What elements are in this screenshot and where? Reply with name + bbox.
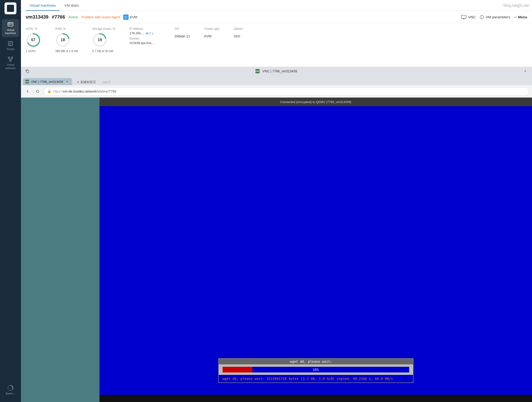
- kvm-icon: [123, 14, 128, 20]
- tab-sidebar-panel: [21, 98, 100, 402]
- svg-rect-9: [10, 60, 12, 62]
- storage-stat: Storage (main), % 19 5.7 GB of 30 GB: [92, 27, 115, 53]
- vnc-icon: [461, 15, 466, 19]
- browser-tab-bar: VNC VNC | 7766_vm313439 ✕ + 新建标签页 Ctrl+T: [21, 76, 532, 85]
- svg-point-14: [125, 16, 127, 18]
- stats-row: vCPU, % 67 1 vCPU RAM, % 18 366 MB of 1.…: [21, 23, 532, 56]
- reload-button[interactable]: [34, 88, 41, 95]
- svg-rect-17: [461, 15, 466, 19]
- sidebar-item-virtual-machines[interactable]: Virtual machines: [2, 19, 19, 37]
- vcpu-chart: 67: [26, 32, 41, 48]
- browser-titlebar: VNC VNC | 7766_vm313439: [21, 66, 532, 76]
- vnc-button[interactable]: VNC: [461, 15, 476, 19]
- new-tab-button[interactable]: + 新建标签页 Ctrl+T: [74, 79, 114, 85]
- vnc-terminal-bottom: [100, 395, 532, 402]
- address-bar[interactable]: 🔒 https://vm-de.hostiko.network/vm/vnc/7…: [44, 87, 529, 95]
- virtual-networks-icon: [7, 56, 13, 62]
- ram-chart: 18: [55, 32, 70, 48]
- storage-value: 19: [98, 38, 102, 42]
- cluster-section: Cluster type KVM: [204, 27, 220, 53]
- tab-virtual-machines[interactable]: Virtual machines: [26, 0, 60, 11]
- sidebar-item-scripts[interactable]: Scripts: [2, 38, 19, 53]
- copy-icon: [25, 69, 30, 73]
- bios-terminal-text: wget dd, please wait: 3222601728 bytes (…: [219, 375, 413, 383]
- sidebar-item-virtual-networks[interactable]: Virtual networks: [2, 54, 19, 72]
- svg-line-16: [126, 17, 127, 18]
- browser-window: VNC VNC | 7766_vm313439 VNC VNC | 7766_v…: [21, 66, 532, 402]
- vcpu-sub: 1 vCPU: [26, 50, 41, 53]
- vm-status-badge: Active: [68, 15, 78, 19]
- ram-sub: 366 MB of 1.9 GB: [55, 50, 78, 53]
- url-display: https://vm-de.hostiko.network/vm/vnc/776…: [53, 89, 116, 93]
- vm-params-label: VM parameters: [486, 15, 510, 19]
- ip-label: IP address: [129, 27, 160, 31]
- lock-icon: 🔒: [47, 89, 51, 93]
- domain-label: Domain: [129, 37, 160, 40]
- vnc-label: VNC: [468, 15, 476, 19]
- uptime-label: Uptime: [234, 27, 243, 31]
- cluster-label: Cluster type: [204, 27, 220, 31]
- vnc-screen[interactable]: wget dd, please wait: 16% wget dd, pleas…: [100, 106, 532, 402]
- tab-favicon: VNC: [25, 80, 29, 83]
- storage-label: Storage (main), %: [92, 27, 115, 31]
- tab-vm-disks[interactable]: VM disks: [61, 0, 83, 11]
- back-button[interactable]: [24, 88, 32, 95]
- guest-agent-problem[interactable]: Problem with Guest Agent: [81, 15, 120, 19]
- vm-id: #7766: [52, 14, 65, 20]
- scripts-icon: [7, 40, 13, 47]
- browser-tab-vnc[interactable]: VNC VNC | 7766_vm313439 ✕: [23, 78, 72, 85]
- sidebar-item-backup[interactable]: Backu...: [2, 383, 19, 397]
- vcpu-value: 67: [31, 38, 35, 42]
- vnc-content: Connected (encrypted) to QEMU (7766_vm31…: [100, 98, 532, 402]
- ram-label: RAM, %: [55, 27, 78, 31]
- svg-rect-28: [27, 70, 29, 73]
- vnc-status-bar: Connected (encrypted) to QEMU (7766_vm31…: [100, 98, 532, 106]
- bios-dialog: wget dd, please wait: 16% wget dd, pleas…: [218, 358, 413, 383]
- os-label: OS: [175, 27, 190, 31]
- tab-bar: Virtual machines VM disks: [21, 0, 532, 11]
- bios-progress-label: 16%: [222, 368, 409, 371]
- chevron-left-icon: [523, 69, 527, 73]
- ip-value: 178.250.... all 2 ∨: [129, 31, 160, 35]
- sidebar: Virtual machines Scripts Virtual network…: [0, 0, 21, 402]
- vm-name: vm313439: [26, 14, 49, 20]
- vm-hypervisor-label: KVM: [130, 15, 137, 19]
- new-tab-shortcut: Ctrl+T: [102, 81, 111, 84]
- main-panel: Virtual machines VM disks vm313439 #7766…: [21, 0, 532, 67]
- browser-nav: 🔒 https://vm-de.hostiko.network/vm/vnc/7…: [21, 85, 532, 98]
- vm-header: vm313439 #7766 Active Problem with Guest…: [21, 11, 532, 23]
- browser-tab-label: VNC | 7766_vm313439: [31, 80, 63, 83]
- vcpu-label: vCPU, %: [26, 27, 41, 31]
- virtual-machines-icon: [7, 21, 13, 28]
- os-value: Debian 11: [175, 34, 190, 38]
- bios-title-bar: wget dd, please wait:: [219, 359, 413, 364]
- vcpu-stat: vCPU, % 67 1 vCPU: [26, 27, 41, 53]
- menu-button[interactable]: ··· Menu: [514, 15, 527, 19]
- info-icon: [480, 15, 484, 19]
- svg-line-15: [126, 16, 127, 17]
- svg-point-21: [481, 16, 482, 17]
- ip-all-link[interactable]: all 2 ∨: [146, 32, 153, 35]
- collapse-panel-button[interactable]: [521, 67, 529, 75]
- uptime-value: 31m: [234, 34, 243, 38]
- storage-sub: 5.7 GB of 30 GB: [92, 50, 115, 53]
- ram-value: 18: [61, 38, 65, 42]
- vm-actions: VNC VM parameters ··· Menu: [461, 15, 527, 19]
- backup-icon: [7, 385, 13, 391]
- svg-rect-1: [9, 23, 10, 25]
- reload-icon: [36, 89, 39, 93]
- bios-dialog-title: wget dd, please wait:: [222, 360, 401, 364]
- uptime-section: Uptime 31m: [234, 27, 243, 53]
- browser-title: VNC | 7766_vm313439: [263, 69, 297, 73]
- vm-hypervisor: KVM: [123, 14, 137, 20]
- bios-progress-bar: 16%: [222, 367, 409, 372]
- ip-section: IP address 178.250.... all 2 ∨ Domain 31…: [129, 27, 160, 53]
- new-tab-label: 新建标签页: [81, 80, 96, 84]
- vm-parameters-button[interactable]: VM parameters: [480, 15, 510, 19]
- copy-icon-button[interactable]: [24, 68, 31, 75]
- svg-rect-8: [11, 57, 13, 58]
- tab-close-button[interactable]: ✕: [65, 80, 69, 84]
- watermark: blog.tanglu.me: [503, 3, 529, 8]
- app-logo[interactable]: [5, 2, 16, 14]
- vnc-connection-status: Connected (encrypted) to QEMU (7766_vm31…: [280, 100, 351, 104]
